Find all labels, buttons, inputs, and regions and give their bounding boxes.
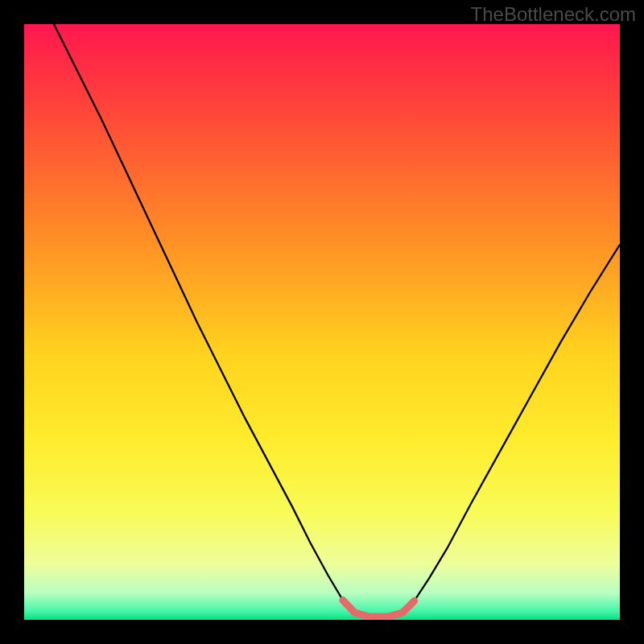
bottleneck-chart <box>24 24 620 620</box>
watermark-text: TheBottleneck.com <box>471 3 636 26</box>
chart-frame: TheBottleneck.com <box>0 0 644 644</box>
gradient-background <box>24 24 620 620</box>
plot-area <box>24 24 620 620</box>
